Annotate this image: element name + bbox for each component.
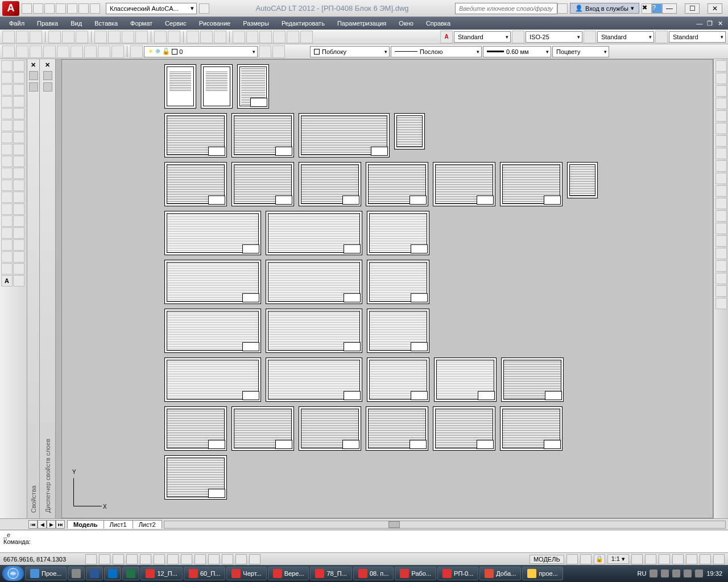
language-indicator[interactable]: RU bbox=[638, 570, 647, 577]
dim-diameter-icon[interactable] bbox=[715, 135, 727, 147]
maximize-button[interactable]: ☐ bbox=[685, 3, 700, 14]
tb-quickcalc-icon[interactable] bbox=[300, 31, 313, 43]
task-item[interactable]: Прое... bbox=[25, 567, 67, 580]
hardware-accel-icon[interactable] bbox=[686, 554, 697, 564]
stretch-icon[interactable] bbox=[1, 227, 13, 239]
dim-break-icon[interactable] bbox=[715, 210, 727, 222]
construction-line-icon[interactable] bbox=[13, 60, 24, 72]
erase-icon[interactable] bbox=[1, 180, 13, 191]
dim-space-icon[interactable] bbox=[715, 198, 727, 209]
sheet-thumb[interactable] bbox=[366, 406, 428, 451]
sc-toggle[interactable] bbox=[249, 554, 260, 564]
minimize-button[interactable]: — bbox=[662, 3, 677, 14]
tb-print-icon[interactable] bbox=[48, 31, 61, 43]
layer-states-icon[interactable] bbox=[272, 45, 285, 58]
tb-cut-icon[interactable] bbox=[94, 31, 107, 43]
signin-button[interactable]: 👤 Вход в службы ▾ bbox=[570, 3, 639, 14]
dimedit-icon[interactable] bbox=[715, 273, 727, 284]
task-item[interactable] bbox=[86, 567, 103, 580]
tab-nav-next[interactable]: ▶ bbox=[47, 520, 56, 529]
layermgr-menu-icon[interactable] bbox=[43, 82, 52, 92]
tb-sheetset-icon[interactable] bbox=[273, 31, 286, 43]
workspace-switch-icon[interactable] bbox=[659, 554, 670, 564]
tb-undo-icon[interactable] bbox=[154, 31, 167, 43]
insert-block-icon[interactable] bbox=[13, 120, 24, 131]
task-item[interactable]: 12_П... bbox=[140, 567, 182, 580]
menu-edit[interactable]: Правка bbox=[31, 19, 64, 28]
tab-layout1[interactable]: Лист1 bbox=[104, 520, 133, 529]
annoscale-lock-icon[interactable]: 🔒 bbox=[594, 554, 605, 564]
tb-preview-icon[interactable] bbox=[62, 31, 75, 43]
dim-aligned-icon[interactable] bbox=[715, 73, 727, 84]
sheet-thumb[interactable] bbox=[394, 113, 425, 149]
sheet-thumb[interactable] bbox=[164, 455, 227, 500]
sheet-thumb[interactable] bbox=[164, 64, 196, 109]
mleaderstyle-dropdown[interactable]: Standard bbox=[669, 31, 726, 43]
sheet-thumb[interactable] bbox=[266, 357, 362, 402]
zoom-scale-icon[interactable] bbox=[30, 45, 42, 58]
properties-autohide-icon[interactable] bbox=[29, 71, 38, 80]
qat-redo-icon[interactable] bbox=[90, 3, 100, 14]
doc-restore-button[interactable]: ❐ bbox=[705, 20, 714, 27]
tb-open-icon[interactable] bbox=[16, 31, 28, 43]
task-item[interactable] bbox=[104, 567, 121, 580]
search-go-icon[interactable] bbox=[557, 3, 568, 14]
table-icon[interactable] bbox=[584, 31, 596, 43]
sheet-thumb[interactable] bbox=[266, 309, 362, 353]
lwt-toggle[interactable] bbox=[208, 554, 220, 564]
dimupdate-icon[interactable] bbox=[715, 298, 727, 309]
quickview-drawings-icon[interactable] bbox=[580, 554, 592, 564]
properties-palette[interactable]: ✕ Свойства bbox=[27, 59, 40, 518]
layermgr-close-icon[interactable]: ✕ bbox=[45, 61, 50, 69]
point-icon[interactable] bbox=[13, 132, 24, 143]
tab-layout2[interactable]: Лист2 bbox=[133, 520, 162, 529]
ducs-toggle[interactable] bbox=[181, 554, 192, 564]
copy-modify-icon[interactable] bbox=[13, 180, 24, 191]
tray-network-icon[interactable] bbox=[672, 569, 680, 577]
ellipse-arc-icon[interactable] bbox=[1, 120, 13, 131]
properties-menu-icon[interactable] bbox=[29, 82, 38, 92]
rectangle-icon[interactable] bbox=[1, 84, 13, 95]
tray-icon[interactable] bbox=[695, 569, 703, 577]
trim-icon[interactable] bbox=[13, 227, 24, 239]
help-search-input[interactable] bbox=[455, 3, 557, 14]
dimstyle-dropdown[interactable]: ISO-25 bbox=[526, 31, 582, 43]
tb-save-icon[interactable] bbox=[30, 31, 42, 43]
command-line[interactable]: _e Команда: bbox=[0, 530, 728, 552]
doc-minimize-button[interactable]: — bbox=[695, 20, 704, 27]
task-item[interactable] bbox=[122, 567, 139, 580]
polyline-icon[interactable] bbox=[1, 72, 13, 84]
sheet-thumb[interactable] bbox=[266, 211, 362, 255]
tb-markup-icon[interactable] bbox=[287, 31, 299, 43]
polar-toggle[interactable] bbox=[126, 554, 138, 564]
annovisibility-icon[interactable] bbox=[631, 554, 643, 564]
sheet-thumb[interactable] bbox=[164, 162, 227, 206]
sheet-thumb[interactable] bbox=[164, 406, 227, 451]
arc-icon[interactable] bbox=[13, 84, 24, 95]
lineweight-dropdown[interactable]: 0.60 мм bbox=[483, 46, 551, 57]
clean-screen-icon[interactable] bbox=[713, 554, 725, 564]
zoom-extents-icon[interactable] bbox=[111, 45, 124, 58]
table-draw-icon[interactable] bbox=[13, 156, 24, 167]
revcloud-icon[interactable] bbox=[13, 96, 24, 107]
dim-radius-icon[interactable] bbox=[715, 110, 727, 122]
scale-icon[interactable] bbox=[13, 215, 24, 227]
tb-toolpalettes-icon[interactable] bbox=[259, 31, 272, 43]
qat-undo-icon[interactable] bbox=[78, 3, 89, 14]
dim-linear-icon[interactable] bbox=[715, 60, 727, 72]
tab-nav-prev[interactable]: ◀ bbox=[38, 520, 47, 529]
menu-help[interactable]: Справка bbox=[420, 19, 456, 28]
layermgr-autohide-icon[interactable] bbox=[43, 71, 52, 80]
sheet-thumb[interactable] bbox=[231, 406, 294, 451]
sheet-thumb[interactable] bbox=[299, 406, 361, 451]
explode-icon[interactable] bbox=[13, 263, 24, 275]
textstyle-dropdown[interactable]: Standard bbox=[454, 31, 511, 43]
sheet-thumb[interactable] bbox=[266, 260, 362, 304]
tb-zoomprev-icon[interactable] bbox=[214, 31, 226, 43]
menu-window[interactable]: Окно bbox=[393, 19, 419, 28]
qat-save-icon[interactable] bbox=[44, 3, 55, 14]
isolate-objects-icon[interactable] bbox=[700, 554, 711, 564]
task-item[interactable]: Рабо... bbox=[395, 567, 436, 580]
coordinates-display[interactable]: 6676.9616, 8174.1303 bbox=[3, 556, 83, 563]
sheet-thumb[interactable] bbox=[433, 162, 495, 206]
